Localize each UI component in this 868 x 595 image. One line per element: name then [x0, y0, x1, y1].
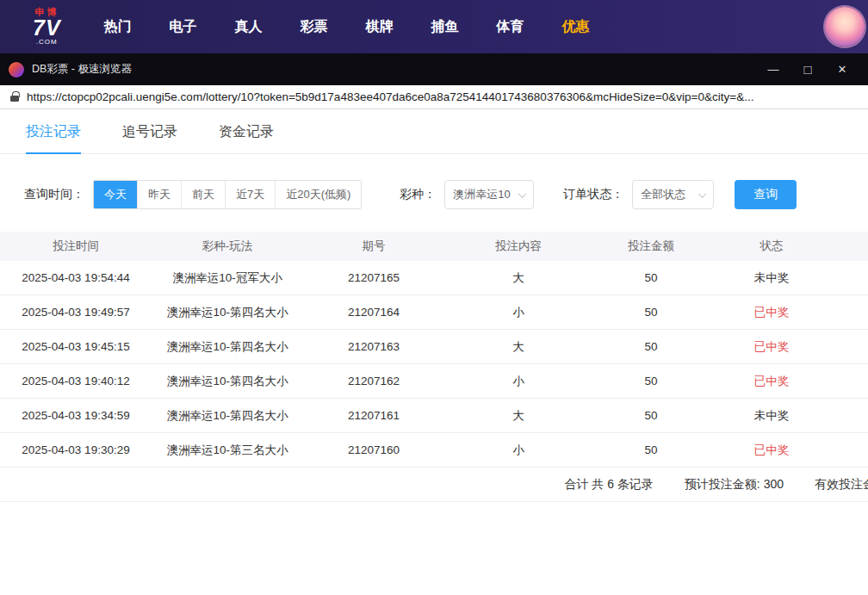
- bet-issue: 21207165: [303, 261, 444, 294]
- site-logo[interactable]: 申博 7V .COM: [33, 8, 61, 46]
- time-option-today[interactable]: 今天: [94, 181, 137, 208]
- order-status-label: 订单状态：: [563, 187, 623, 202]
- bet-game: 澳洲幸运10-第三名大小: [152, 433, 303, 467]
- bet-status: 已中奖: [710, 364, 834, 398]
- bet-time: 2025-04-03 19:34:59: [0, 399, 152, 432]
- query-button[interactable]: 查询: [735, 180, 797, 209]
- bet-amount: 50: [592, 261, 710, 294]
- bet-issue: 21207163: [303, 330, 444, 363]
- lottery-select[interactable]: 澳洲幸运10: [444, 180, 534, 209]
- valid-amount-text: 有效投注金: [815, 477, 868, 493]
- table-row: 2025-04-03 19:30:29 澳洲幸运10-第三名大小 2120716…: [0, 433, 868, 468]
- browser-titlebar: DB彩票 - 极速浏览器 — □ ✕: [0, 53, 868, 85]
- bet-game: 澳洲幸运10-第四名大小: [152, 399, 303, 432]
- nav-item-slots[interactable]: 电子: [151, 18, 216, 36]
- bet-time: 2025-04-03 19:54:44: [0, 261, 152, 294]
- nav-item-fishing[interactable]: 捕鱼: [412, 18, 478, 36]
- bet-status: 已中奖: [710, 295, 834, 329]
- order-status-value: 全部状态: [641, 187, 685, 202]
- col-bet-amount: 投注金额: [592, 232, 710, 261]
- col-game-play: 彩种-玩法: [152, 232, 303, 261]
- logo-sub-text: .COM: [36, 39, 58, 46]
- nav-item-promo[interactable]: 优惠: [543, 18, 609, 36]
- url-text[interactable]: https://ctopcp02pcali.uengi5e.com/lotter…: [27, 90, 753, 103]
- logo-main-text: 7V: [33, 17, 61, 39]
- minimize-button[interactable]: —: [756, 63, 790, 76]
- user-avatar[interactable]: [825, 7, 865, 46]
- lottery-select-value: 澳洲幸运10: [453, 187, 510, 202]
- bet-issue: 21207164: [303, 295, 444, 329]
- filter-bar: 查询时间： 今天 昨天 前天 近7天 近20天(低频) 彩种： 澳洲幸运10 订…: [0, 180, 868, 209]
- tab-chase-records[interactable]: 追号记录: [122, 123, 177, 154]
- window-controls: — □ ✕: [756, 62, 859, 77]
- expected-amount-text: 预计投注金额: 300: [685, 477, 784, 493]
- bet-records-table: 投注时间 彩种-玩法 期号 投注内容 投注金额 状态 2025-04-03 19…: [0, 232, 868, 502]
- table-row: 2025-04-03 19:49:57 澳洲幸运10-第四名大小 2120716…: [0, 295, 868, 330]
- bet-amount: 50: [592, 330, 710, 363]
- table-row: 2025-04-03 19:54:44 澳洲幸运10-冠军大小 21207165…: [0, 261, 868, 295]
- bet-content: 小: [444, 364, 592, 398]
- lottery-filter-label: 彩种：: [400, 187, 436, 202]
- bet-amount: 50: [592, 399, 710, 432]
- total-records-text: 合计 共 6 条记录: [564, 477, 653, 493]
- table-header: 投注时间 彩种-玩法 期号 投注内容 投注金额 状态: [0, 232, 868, 261]
- nav-item-hot[interactable]: 热门: [85, 18, 151, 36]
- main-nav: 热门 电子 真人 彩票 棋牌 捕鱼 体育 优惠: [85, 18, 609, 36]
- time-option-yesterday[interactable]: 昨天: [137, 181, 181, 208]
- bet-content: 大: [444, 261, 592, 294]
- nav-item-board[interactable]: 棋牌: [347, 18, 412, 36]
- chevron-down-icon: [518, 189, 527, 198]
- bet-time: 2025-04-03 19:45:15: [0, 330, 152, 363]
- record-tabs: 投注记录 追号记录 资金记录: [0, 109, 868, 154]
- bet-issue: 21207161: [303, 399, 444, 432]
- bet-amount: 50: [592, 295, 710, 329]
- bet-time: 2025-04-03 19:30:29: [0, 433, 152, 467]
- bet-content: 大: [444, 330, 592, 363]
- site-topnav: 申博 7V .COM 热门 电子 真人 彩票 棋牌 捕鱼 体育 优惠: [0, 0, 868, 53]
- page-content: 投注记录 追号记录 资金记录 查询时间： 今天 昨天 前天 近7天 近20天(低…: [0, 109, 868, 595]
- order-status-select[interactable]: 全部状态: [632, 180, 714, 209]
- bet-game: 澳洲幸运10-第四名大小: [152, 295, 303, 329]
- browser-addressbar: https://ctopcp02pcali.uengi5e.com/lotter…: [0, 85, 868, 109]
- bet-game: 澳洲幸运10-第四名大小: [152, 364, 303, 398]
- nav-item-lottery[interactable]: 彩票: [282, 18, 347, 36]
- bet-status: 未中奖: [710, 399, 834, 432]
- bet-issue: 21207160: [303, 433, 444, 467]
- nav-item-sports[interactable]: 体育: [478, 18, 543, 36]
- bet-status: 已中奖: [710, 433, 834, 467]
- bet-status: 已中奖: [710, 330, 834, 363]
- col-status: 状态: [710, 232, 834, 261]
- time-option-20days[interactable]: 近20天(低频): [275, 181, 361, 208]
- time-option-7days[interactable]: 近7天: [225, 181, 275, 208]
- bet-issue: 21207162: [303, 364, 444, 398]
- col-bet-content: 投注内容: [444, 232, 592, 261]
- bet-amount: 50: [592, 433, 710, 467]
- bet-game: 澳洲幸运10-第四名大小: [152, 330, 303, 363]
- bet-status: 未中奖: [710, 261, 834, 294]
- tab-fund-records[interactable]: 资金记录: [219, 123, 274, 154]
- chevron-down-icon: [698, 189, 707, 198]
- table-row: 2025-04-03 19:45:15 澳洲幸运10-第四名大小 2120716…: [0, 330, 868, 364]
- bet-content: 小: [444, 295, 592, 329]
- bet-time: 2025-04-03 19:40:12: [0, 364, 152, 398]
- table-footer: 合计 共 6 条记录 预计投注金额: 300 有效投注金: [0, 468, 868, 502]
- window-title: DB彩票 - 极速浏览器: [32, 62, 756, 77]
- bet-time: 2025-04-03 19:49:57: [0, 295, 152, 329]
- bet-amount: 50: [592, 364, 710, 398]
- nav-item-live[interactable]: 真人: [216, 18, 282, 36]
- browser-app-icon: [9, 62, 24, 77]
- col-bet-time: 投注时间: [0, 232, 152, 261]
- time-range-group: 今天 昨天 前天 近7天 近20天(低频): [93, 180, 362, 209]
- time-filter-label: 查询时间：: [24, 187, 84, 202]
- bet-game: 澳洲幸运10-冠军大小: [152, 261, 303, 294]
- table-row: 2025-04-03 19:40:12 澳洲幸运10-第四名大小 2120716…: [0, 364, 868, 399]
- table-row: 2025-04-03 19:34:59 澳洲幸运10-第四名大小 2120716…: [0, 399, 868, 433]
- bet-content: 小: [444, 433, 592, 467]
- time-option-daybefore[interactable]: 前天: [181, 181, 225, 208]
- lock-icon: [10, 96, 19, 102]
- close-button[interactable]: ✕: [825, 63, 859, 76]
- maximize-button[interactable]: □: [790, 62, 825, 77]
- col-issue: 期号: [303, 232, 444, 261]
- tab-bet-records[interactable]: 投注记录: [26, 123, 81, 154]
- bet-content: 大: [444, 399, 592, 432]
